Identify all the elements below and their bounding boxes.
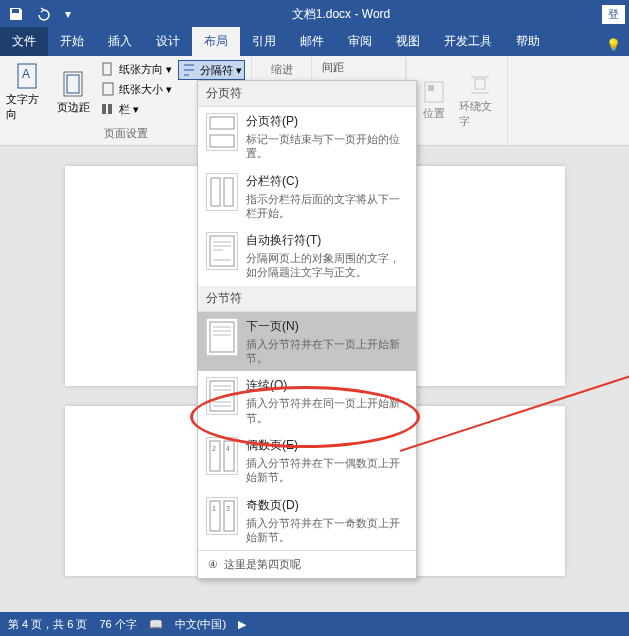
breaks-dropdown: 分页符 分页符(P) 标记一页结束与下一页开始的位置。 分栏符(C) 指示分栏符…	[197, 80, 417, 579]
save-icon[interactable]	[4, 2, 28, 26]
continuous-title: 连续(O)	[246, 377, 408, 394]
continuous-icon	[206, 377, 238, 415]
ribbon-tabs: 文件 开始 插入 设计 布局 引用 邮件 审阅 视图 开发工具 帮助 💡	[0, 28, 629, 56]
size-button[interactable]: 纸张大小 ▾	[98, 80, 174, 98]
svg-text:3: 3	[226, 505, 230, 512]
svg-rect-12	[210, 135, 234, 147]
svg-rect-9	[428, 85, 434, 91]
status-spellcheck-icon[interactable]: 📖	[149, 618, 163, 631]
column-break-icon	[206, 173, 238, 211]
text-direction-label: 文字方向	[6, 92, 48, 122]
breaks-button[interactable]: 分隔符 ▾	[178, 60, 245, 80]
footer-num: ④	[208, 558, 218, 571]
wrap-label: 环绕文字	[459, 99, 501, 129]
tab-home[interactable]: 开始	[48, 27, 96, 56]
next-page-icon	[206, 318, 238, 356]
indent-label: 缩进	[262, 60, 301, 77]
odd-page-title: 奇数页(D)	[246, 497, 408, 514]
menu-page-break[interactable]: 分页符(P) 标记一页结束与下一页开始的位置。	[198, 107, 416, 167]
svg-text:4: 4	[226, 445, 230, 452]
page-break-icon	[206, 113, 238, 151]
menu-text-wrap-break[interactable]: 自动换行符(T) 分隔网页上的对象周围的文字，如分隔题注文字与正文。	[198, 226, 416, 286]
tab-mail[interactable]: 邮件	[288, 27, 336, 56]
status-language[interactable]: 中文(中国)	[175, 617, 226, 632]
tell-me-icon[interactable]: 💡	[598, 34, 629, 56]
svg-rect-14	[224, 178, 233, 206]
text-direction-button[interactable]: A 文字方向	[6, 60, 48, 124]
position-label: 位置	[423, 106, 445, 121]
text-wrap-title: 自动换行符(T)	[246, 232, 408, 249]
text-wrap-desc: 分隔网页上的对象周围的文字，如分隔题注文字与正文。	[246, 251, 408, 280]
tab-file[interactable]: 文件	[0, 27, 48, 56]
menu-even-page[interactable]: 42 偶数页(E) 插入分节符并在下一偶数页上开始新节。	[198, 431, 416, 491]
odd-page-icon: 13	[206, 497, 238, 535]
tab-developer[interactable]: 开发工具	[432, 27, 504, 56]
tab-design[interactable]: 设计	[144, 27, 192, 56]
menu-continuous[interactable]: 连续(O) 插入分节符并在同一页上开始新节。	[198, 371, 416, 431]
svg-rect-7	[108, 104, 112, 114]
even-page-desc: 插入分节符并在下一偶数页上开始新节。	[246, 456, 408, 485]
column-break-title: 分栏符(C)	[246, 173, 408, 190]
footer-text: 这里是第四页呢	[224, 557, 301, 572]
next-page-desc: 插入分节符并在下一页上开始新节。	[246, 337, 408, 366]
tab-insert[interactable]: 插入	[96, 27, 144, 56]
svg-text:A: A	[22, 67, 30, 81]
page-break-title: 分页符(P)	[246, 113, 408, 130]
svg-rect-6	[102, 104, 106, 114]
position-button: 位置	[413, 60, 455, 141]
dropdown-section-page-breaks: 分页符	[198, 81, 416, 107]
svg-rect-15	[210, 236, 234, 266]
tab-layout[interactable]: 布局	[192, 27, 240, 56]
odd-page-desc: 插入分节符并在下一奇数页上开始新节。	[246, 516, 408, 545]
spacing-label: 间距	[322, 60, 395, 75]
orientation-button[interactable]: 纸张方向 ▾	[98, 60, 174, 78]
window-titlebar: ▾ 文档1.docx - Word 登	[0, 0, 629, 28]
tab-help[interactable]: 帮助	[504, 27, 552, 56]
svg-rect-10	[475, 79, 485, 89]
svg-rect-11	[210, 117, 234, 129]
margins-button[interactable]: 页边距	[52, 60, 94, 124]
dropdown-section-section-breaks: 分节符	[198, 286, 416, 312]
login-button[interactable]: 登	[602, 5, 625, 24]
group-arrange: 位置 环绕文字	[407, 56, 508, 145]
svg-rect-5	[103, 83, 113, 95]
status-macro-icon[interactable]: ▶	[238, 618, 246, 631]
next-page-title: 下一页(N)	[246, 318, 408, 335]
status-word-count[interactable]: 76 个字	[99, 617, 136, 632]
menu-odd-page[interactable]: 13 奇数页(D) 插入分节符并在下一奇数页上开始新节。	[198, 491, 416, 551]
svg-text:1: 1	[212, 505, 216, 512]
svg-text:2: 2	[212, 445, 216, 452]
status-page-count[interactable]: 第 4 页，共 6 页	[8, 617, 87, 632]
column-break-desc: 指示分栏符后面的文字将从下一栏开始。	[246, 192, 408, 221]
even-page-title: 偶数页(E)	[246, 437, 408, 454]
status-bar: 第 4 页，共 6 页 76 个字 📖 中文(中国) ▶	[0, 612, 629, 636]
qat-dropdown-icon[interactable]: ▾	[56, 2, 80, 26]
svg-rect-13	[211, 178, 220, 206]
quick-access-toolbar: ▾	[4, 2, 80, 26]
dropdown-footer: ④ 这里是第四页呢	[198, 550, 416, 578]
text-wrap-icon	[206, 232, 238, 270]
even-page-icon: 42	[206, 437, 238, 475]
wrap-text-button: 环绕文字	[459, 60, 501, 141]
tab-references[interactable]: 引用	[240, 27, 288, 56]
svg-rect-3	[67, 75, 79, 93]
page-break-desc: 标记一页结束与下一页开始的位置。	[246, 132, 408, 161]
margins-label: 页边距	[57, 100, 90, 115]
undo-icon[interactable]	[30, 2, 54, 26]
menu-column-break[interactable]: 分栏符(C) 指示分栏符后面的文字将从下一栏开始。	[198, 167, 416, 227]
menu-next-page[interactable]: 下一页(N) 插入分节符并在下一页上开始新节。	[198, 312, 416, 372]
columns-button[interactable]: 栏 ▾	[98, 100, 174, 118]
tab-view[interactable]: 视图	[384, 27, 432, 56]
tab-review[interactable]: 审阅	[336, 27, 384, 56]
svg-rect-4	[103, 63, 111, 75]
continuous-desc: 插入分节符并在同一页上开始新节。	[246, 396, 408, 425]
document-title: 文档1.docx - Word	[80, 6, 602, 23]
